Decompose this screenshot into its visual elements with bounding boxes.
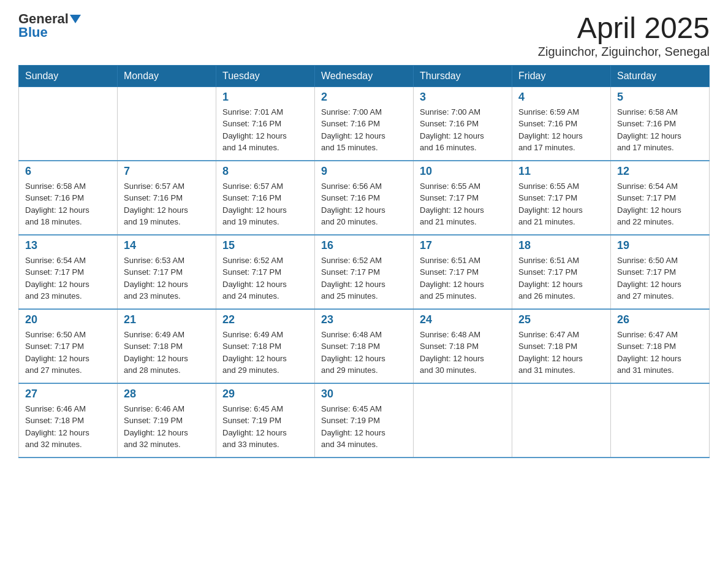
day-info: Sunrise: 6:57 AM Sunset: 7:16 PM Dayligh… <box>222 180 308 228</box>
calendar-cell: 24Sunrise: 6:48 AM Sunset: 7:18 PM Dayli… <box>414 309 512 383</box>
day-info: Sunrise: 6:58 AM Sunset: 7:16 PM Dayligh… <box>25 180 111 228</box>
calendar-cell: 8Sunrise: 6:57 AM Sunset: 7:16 PM Daylig… <box>216 161 315 235</box>
day-number: 8 <box>222 165 308 178</box>
day-info: Sunrise: 6:52 AM Sunset: 7:17 PM Dayligh… <box>222 255 308 302</box>
calendar-cell: 1Sunrise: 7:01 AM Sunset: 7:16 PM Daylig… <box>216 86 315 161</box>
day-number: 15 <box>222 239 308 252</box>
calendar-cell: 16Sunrise: 6:52 AM Sunset: 7:17 PM Dayli… <box>315 235 414 309</box>
day-info: Sunrise: 6:51 AM Sunset: 7:17 PM Dayligh… <box>518 255 604 302</box>
day-info: Sunrise: 7:00 AM Sunset: 7:16 PM Dayligh… <box>321 106 407 154</box>
day-info: Sunrise: 6:49 AM Sunset: 7:18 PM Dayligh… <box>124 329 210 377</box>
calendar-cell <box>512 383 611 458</box>
calendar-cell: 12Sunrise: 6:54 AM Sunset: 7:17 PM Dayli… <box>611 161 710 235</box>
day-info: Sunrise: 6:52 AM Sunset: 7:17 PM Dayligh… <box>321 255 407 302</box>
day-number: 5 <box>617 91 703 104</box>
page-subtitle: Ziguinchor, Ziguinchor, Senegal <box>538 45 710 59</box>
logo-text-blue: Blue <box>18 25 48 40</box>
calendar-week-row: 6Sunrise: 6:58 AM Sunset: 7:16 PM Daylig… <box>19 161 710 235</box>
day-info: Sunrise: 6:53 AM Sunset: 7:17 PM Dayligh… <box>124 255 210 302</box>
calendar-cell: 20Sunrise: 6:50 AM Sunset: 7:17 PM Dayli… <box>19 309 118 383</box>
calendar-cell: 9Sunrise: 6:56 AM Sunset: 7:16 PM Daylig… <box>315 161 414 235</box>
day-info: Sunrise: 6:58 AM Sunset: 7:16 PM Dayligh… <box>617 106 703 154</box>
calendar-cell: 7Sunrise: 6:57 AM Sunset: 7:16 PM Daylig… <box>118 161 216 235</box>
day-number: 18 <box>518 239 604 252</box>
day-number: 27 <box>25 388 111 400</box>
day-number: 19 <box>617 239 703 252</box>
logo-text-general: General <box>18 12 69 26</box>
day-number: 14 <box>124 239 210 252</box>
title-section: April 2025 Ziguinchor, Ziguinchor, Seneg… <box>538 12 710 59</box>
day-number: 17 <box>420 239 506 252</box>
day-number: 12 <box>617 165 703 178</box>
logo-arrow-icon <box>70 15 81 23</box>
weekday-tuesday: Tuesday <box>216 65 315 86</box>
day-number: 6 <box>25 165 111 178</box>
weekday-header-row: SundayMondayTuesdayWednesdayThursdayFrid… <box>19 65 710 86</box>
day-number: 25 <box>518 313 604 326</box>
header: General Blue April 2025 Ziguinchor, Zigu… <box>18 12 710 59</box>
calendar-cell: 4Sunrise: 6:59 AM Sunset: 7:16 PM Daylig… <box>512 86 611 161</box>
calendar-cell: 28Sunrise: 6:46 AM Sunset: 7:19 PM Dayli… <box>118 383 216 458</box>
weekday-saturday: Saturday <box>611 65 710 86</box>
day-number: 26 <box>617 313 703 326</box>
day-number: 11 <box>518 165 604 178</box>
day-info: Sunrise: 6:50 AM Sunset: 7:17 PM Dayligh… <box>617 255 703 302</box>
day-info: Sunrise: 6:59 AM Sunset: 7:16 PM Dayligh… <box>518 106 604 154</box>
day-info: Sunrise: 6:47 AM Sunset: 7:18 PM Dayligh… <box>617 329 703 377</box>
calendar-cell: 27Sunrise: 6:46 AM Sunset: 7:18 PM Dayli… <box>19 383 118 458</box>
day-number: 20 <box>25 313 111 326</box>
day-info: Sunrise: 6:55 AM Sunset: 7:17 PM Dayligh… <box>518 180 604 228</box>
calendar-cell: 23Sunrise: 6:48 AM Sunset: 7:18 PM Dayli… <box>315 309 414 383</box>
calendar-cell: 6Sunrise: 6:58 AM Sunset: 7:16 PM Daylig… <box>19 161 118 235</box>
calendar-cell: 5Sunrise: 6:58 AM Sunset: 7:16 PM Daylig… <box>611 86 710 161</box>
calendar-cell: 17Sunrise: 6:51 AM Sunset: 7:17 PM Dayli… <box>414 235 512 309</box>
weekday-sunday: Sunday <box>19 65 118 86</box>
calendar-cell: 3Sunrise: 7:00 AM Sunset: 7:16 PM Daylig… <box>414 86 512 161</box>
day-number: 28 <box>124 388 210 400</box>
day-number: 4 <box>518 91 604 104</box>
weekday-wednesday: Wednesday <box>315 65 414 86</box>
day-number: 16 <box>321 239 407 252</box>
day-info: Sunrise: 6:45 AM Sunset: 7:19 PM Dayligh… <box>222 403 308 451</box>
day-info: Sunrise: 6:54 AM Sunset: 7:17 PM Dayligh… <box>25 255 111 302</box>
day-info: Sunrise: 6:48 AM Sunset: 7:18 PM Dayligh… <box>321 329 407 377</box>
calendar: SundayMondayTuesdayWednesdayThursdayFrid… <box>18 65 710 458</box>
calendar-cell: 29Sunrise: 6:45 AM Sunset: 7:19 PM Dayli… <box>216 383 315 458</box>
day-number: 10 <box>420 165 506 178</box>
weekday-thursday: Thursday <box>414 65 512 86</box>
day-info: Sunrise: 6:55 AM Sunset: 7:17 PM Dayligh… <box>420 180 506 228</box>
calendar-cell: 19Sunrise: 6:50 AM Sunset: 7:17 PM Dayli… <box>611 235 710 309</box>
calendar-body: 1Sunrise: 7:01 AM Sunset: 7:16 PM Daylig… <box>19 86 710 458</box>
calendar-cell: 22Sunrise: 6:49 AM Sunset: 7:18 PM Dayli… <box>216 309 315 383</box>
day-number: 13 <box>25 239 111 252</box>
day-info: Sunrise: 6:49 AM Sunset: 7:18 PM Dayligh… <box>222 329 308 377</box>
day-number: 30 <box>321 388 407 400</box>
calendar-week-row: 1Sunrise: 7:01 AM Sunset: 7:16 PM Daylig… <box>19 86 710 161</box>
calendar-cell: 26Sunrise: 6:47 AM Sunset: 7:18 PM Dayli… <box>611 309 710 383</box>
day-number: 23 <box>321 313 407 326</box>
day-number: 1 <box>222 91 308 104</box>
calendar-cell: 30Sunrise: 6:45 AM Sunset: 7:19 PM Dayli… <box>315 383 414 458</box>
day-number: 24 <box>420 313 506 326</box>
calendar-cell: 13Sunrise: 6:54 AM Sunset: 7:17 PM Dayli… <box>19 235 118 309</box>
calendar-cell: 21Sunrise: 6:49 AM Sunset: 7:18 PM Dayli… <box>118 309 216 383</box>
calendar-week-row: 13Sunrise: 6:54 AM Sunset: 7:17 PM Dayli… <box>19 235 710 309</box>
calendar-cell: 14Sunrise: 6:53 AM Sunset: 7:17 PM Dayli… <box>118 235 216 309</box>
calendar-cell <box>414 383 512 458</box>
day-info: Sunrise: 6:56 AM Sunset: 7:16 PM Dayligh… <box>321 180 407 228</box>
day-info: Sunrise: 7:00 AM Sunset: 7:16 PM Dayligh… <box>420 106 506 154</box>
calendar-cell: 10Sunrise: 6:55 AM Sunset: 7:17 PM Dayli… <box>414 161 512 235</box>
page-title: April 2025 <box>538 12 710 45</box>
day-number: 22 <box>222 313 308 326</box>
day-number: 21 <box>124 313 210 326</box>
day-number: 9 <box>321 165 407 178</box>
calendar-cell: 15Sunrise: 6:52 AM Sunset: 7:17 PM Dayli… <box>216 235 315 309</box>
day-info: Sunrise: 6:46 AM Sunset: 7:19 PM Dayligh… <box>124 403 210 451</box>
day-number: 3 <box>420 91 506 104</box>
logo: General Blue <box>18 12 81 39</box>
day-info: Sunrise: 6:50 AM Sunset: 7:17 PM Dayligh… <box>25 329 111 377</box>
day-info: Sunrise: 6:46 AM Sunset: 7:18 PM Dayligh… <box>25 403 111 451</box>
calendar-cell <box>611 383 710 458</box>
day-info: Sunrise: 6:45 AM Sunset: 7:19 PM Dayligh… <box>321 403 407 451</box>
day-number: 29 <box>222 388 308 400</box>
